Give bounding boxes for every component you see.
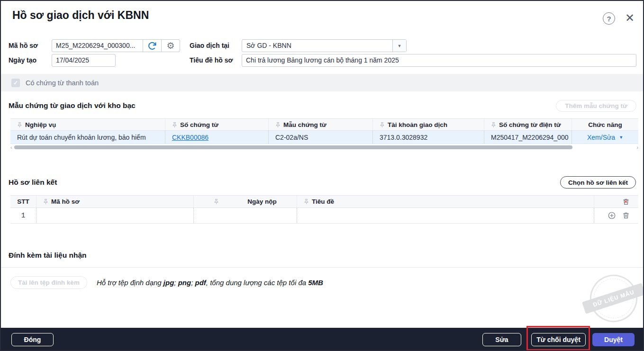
col-header-ma-ho-so[interactable]: Mã hồ sơ (36, 196, 194, 207)
col-label: Chức năng (588, 121, 622, 128)
col-header-ngay-nop[interactable]: Ngày nộp (194, 196, 297, 207)
sample-data-stamp: DỮ LIỆU MẪU (584, 269, 644, 328)
add-row-button[interactable] (608, 211, 616, 220)
attachment-hint: Hỗ trợ tệp định dạng jpg; png; pdf, tổng… (97, 279, 323, 287)
pin-icon (304, 198, 309, 205)
check-icon: ✓ (13, 80, 18, 86)
pin-icon (17, 122, 22, 128)
giao-dich-tai-select[interactable]: Sở GD - KBNN ▼ (242, 39, 407, 52)
giao-dich-tai-value: Sở GD - KBNN (242, 40, 392, 52)
voucher-table-row[interactable]: Rút dự toán chuyển khoản lương, bảo hiểm… (10, 131, 638, 144)
ma-ho-so-input[interactable]: M25_M2206294_000300... (52, 40, 143, 52)
cell-so-ct-dien-tu: M250417_M2206294_000 (484, 131, 572, 144)
footer-bar: Đóng Sửa Từ chối duyệt Duyệt (1, 328, 643, 350)
voucher-number-link[interactable]: CKKB00086 (172, 134, 209, 141)
giao-dich-tai-label: Giao dịch tại (190, 39, 229, 52)
col-label: Mẫu chứng từ (283, 121, 327, 128)
col-header-tai-khoan[interactable]: Tài khoản giao dịch (373, 119, 484, 130)
col-label: Mã hồ sơ (51, 198, 80, 205)
plus-circle-icon (608, 211, 616, 220)
scrollbar-thumb[interactable] (14, 145, 572, 149)
col-label: STT (17, 198, 29, 205)
col-header-so-chung-tu[interactable]: Số chứng từ (165, 119, 269, 130)
close-button[interactable]: Đóng (11, 333, 54, 346)
chevron-down-icon[interactable]: ▼ (619, 135, 623, 140)
scroll-left-icon[interactable]: ‹ (10, 144, 12, 150)
voucher-table-scrollbar[interactable]: ‹ › (10, 145, 638, 151)
voucher-table-header: Nghiệp vụ Số chứng từ Mẫu chứng từ Tài k… (10, 118, 638, 131)
payment-voucher-checkbox[interactable]: ✓ (11, 79, 20, 87)
ma-ho-so-label: Mã hồ sơ (9, 39, 38, 52)
pin-icon (43, 198, 48, 205)
settings-button[interactable]: ⚙ (162, 40, 180, 52)
linked-table-row[interactable]: 1 (10, 208, 638, 224)
ngay-tao-label: Ngày tạo (9, 54, 36, 67)
cell-so-chung-tu: CKKB00086 (165, 131, 269, 144)
payment-voucher-label: Có chứng từ thanh toán (26, 79, 99, 87)
cell-chuc-nang: Xem/Sửa ▼ (572, 131, 638, 144)
cell-actions (594, 208, 638, 223)
divider (1, 267, 643, 268)
pin-icon (172, 122, 177, 128)
close-icon[interactable]: ✕ (623, 11, 636, 25)
col-header-actions: ✕ (594, 196, 638, 207)
col-header-tieu-de[interactable]: Tiêu đề (297, 196, 594, 207)
payment-voucher-band: ✓ Có chứng từ thanh toán (1, 74, 643, 91)
hint-ext-jpg: jpg (163, 279, 174, 287)
col-header-nghiep-vu[interactable]: Nghiệp vụ (10, 119, 165, 130)
ngay-tao-input[interactable]: 17/04/2025 (52, 54, 116, 67)
col-header-chuc-nang[interactable]: Chức năng (572, 119, 638, 130)
view-edit-action[interactable]: Xem/Sửa (587, 134, 615, 141)
hint-ext-png: png (178, 279, 191, 287)
tieu-de-input[interactable]: Chi trả lương Bảng lương cán bộ tháng 1 … (242, 54, 636, 67)
linked-table: STT Mã hồ sơ Ngày nộp Tiêu đề ✕ (10, 195, 638, 224)
page-title: Hồ sơ giao dịch với KBNN (12, 9, 149, 22)
cell-ma-ho-so[interactable] (36, 208, 194, 223)
col-label: Số chứng từ điện tử (499, 121, 561, 128)
gear-icon: ⚙ (166, 40, 174, 51)
transaction-dossier-dialog: Hồ sơ giao dịch với KBNN ? ✕ Mã hồ sơ M2… (0, 0, 644, 351)
cell-mau-chung-tu: C2-02a/NS (269, 131, 373, 144)
chevron-down-icon: ▼ (392, 40, 406, 52)
choose-linked-dossier-button[interactable]: Chọn hồ sơ liên kết (560, 176, 636, 189)
red-x-icon: ✕ (624, 200, 628, 204)
col-header-mau-chung-tu[interactable]: Mẫu chứng từ (269, 119, 373, 130)
help-icon[interactable]: ? (603, 12, 615, 25)
col-header-stt[interactable]: STT (10, 196, 36, 207)
trash-icon (622, 212, 630, 219)
voucher-table: Nghiệp vụ Số chứng từ Mẫu chứng từ Tài k… (10, 118, 638, 144)
approve-button[interactable]: Duyệt (592, 333, 635, 346)
scroll-right-icon[interactable]: › (636, 144, 638, 150)
attachment-section-title: Đính kèm tài liệu nhận (9, 251, 87, 260)
hint-sep: ; (191, 279, 195, 287)
cell-ngay-nop[interactable] (194, 208, 297, 223)
tieu-de-label: Tiêu đề hồ sơ (190, 54, 233, 67)
cell-stt: 1 (10, 208, 36, 223)
delete-all-button[interactable]: ✕ (622, 198, 630, 206)
upload-attachment-button[interactable]: Tải lên tệp đính kèm (10, 276, 87, 289)
col-label: Tài khoản giao dịch (388, 121, 447, 128)
pin-icon (275, 122, 281, 128)
col-label: Tiêu đề (312, 198, 334, 205)
pin-icon (214, 198, 219, 205)
refresh-button[interactable] (143, 40, 162, 52)
cell-tieu-de[interactable] (297, 208, 594, 223)
col-label: Ngày nộp (247, 198, 277, 205)
col-label: Số chứng từ (180, 121, 218, 128)
reject-approval-button[interactable]: Từ chối duyệt (531, 333, 586, 346)
hint-sep: ; (174, 279, 178, 287)
linked-table-header: STT Mã hồ sơ Ngày nộp Tiêu đề ✕ (10, 195, 638, 208)
add-voucher-button[interactable]: Thêm mẫu chứng từ (556, 100, 636, 112)
edit-button[interactable]: Sửa (482, 333, 521, 346)
delete-row-button[interactable] (622, 212, 630, 219)
linked-section-title: Hồ sơ liên kết (9, 178, 57, 187)
pin-icon (380, 122, 385, 128)
cell-nghiep-vu: Rút dự toán chuyển khoản lương, bảo hiểm (10, 131, 165, 144)
hint-text: , tổng dung lượng các tệp tối đa (206, 279, 308, 287)
cell-tai-khoan: 3713.0.3028932 (373, 131, 484, 144)
hint-size-limit: 5MB (308, 279, 323, 287)
col-header-so-ct-dien-tu[interactable]: Số chứng từ điện tử (484, 119, 572, 130)
col-label: Nghiệp vụ (25, 121, 56, 128)
ma-ho-so-field-group: M25_M2206294_000300... ⚙ (52, 39, 180, 52)
voucher-section-title: Mẫu chứng từ giao dịch với kho bạc (9, 101, 136, 110)
